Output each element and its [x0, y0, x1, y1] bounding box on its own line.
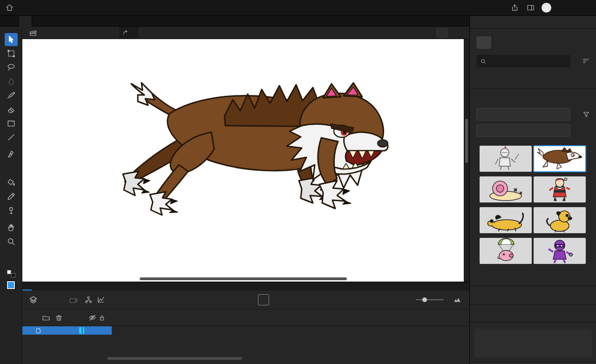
paint-bucket-tool[interactable]	[5, 176, 18, 189]
menu-window[interactable]	[121, 0, 130, 16]
assets-panel-body	[470, 29, 596, 364]
zoom-level-dropdown[interactable]	[437, 28, 448, 37]
fill-color-swatch[interactable]	[7, 281, 15, 289]
home-icon[interactable]	[6, 4, 14, 12]
selection-tool[interactable]	[5, 33, 18, 46]
frame-size-icon[interactable]	[453, 290, 461, 309]
canvas-vertical-scrollbar[interactable]	[465, 119, 468, 163]
menu-file[interactable]	[37, 0, 46, 16]
document-tab[interactable]	[19, 16, 32, 27]
layer-outline-color[interactable]	[79, 327, 81, 334]
characters-dropdown-row	[476, 108, 590, 121]
stroke-swatch[interactable]	[7, 270, 11, 274]
text-tool[interactable]	[5, 162, 18, 175]
pen-tool[interactable]	[5, 148, 18, 161]
paint-brush-tool[interactable]	[5, 89, 18, 102]
delete-layer-button[interactable]	[55, 309, 63, 326]
asset-thumb-wolf-run[interactable]	[534, 146, 586, 172]
window-close-button[interactable]	[582, 0, 596, 16]
right-panel	[469, 16, 596, 364]
lasso-tool[interactable]	[5, 61, 18, 74]
tab-timeline[interactable]	[22, 282, 32, 290]
auto-keyframe-button[interactable]	[258, 294, 269, 305]
animate-app	[0, 0, 596, 364]
layer-depth-icon[interactable]	[97, 290, 105, 309]
objects-dropdown-row	[476, 124, 590, 137]
timeline-zoom-slider[interactable]	[413, 290, 446, 309]
quick-share-play-icon[interactable]	[538, 0, 554, 16]
scene-icon	[29, 27, 37, 39]
canvas-area	[22, 39, 469, 282]
filter-icon[interactable]	[582, 111, 590, 118]
timeline-scroll-thumb[interactable]	[107, 357, 242, 360]
menu-commands[interactable]	[93, 0, 102, 16]
stage[interactable]	[22, 39, 464, 282]
line-tool[interactable]	[5, 131, 18, 144]
asset-thumb-knight[interactable]	[480, 146, 532, 172]
menu-edit[interactable]	[46, 0, 55, 16]
asset-thumb-snail[interactable]	[480, 176, 532, 202]
timeline-header	[22, 309, 469, 326]
hand-tool[interactable]	[5, 221, 18, 234]
asset-warp-tool[interactable]	[5, 204, 18, 217]
menubar	[0, 0, 596, 16]
menu-debug[interactable]	[111, 0, 121, 16]
lock-all-layers-icon[interactable]	[98, 309, 106, 326]
add-folder-button[interactable]	[42, 309, 50, 326]
window-minimize-button[interactable]	[554, 0, 568, 16]
search-input-box[interactable]	[476, 55, 570, 67]
canvas-horizontal-scrollbar[interactable]	[140, 277, 347, 280]
timeline-scrollbar	[22, 353, 469, 364]
asset-thumb-santa[interactable]	[534, 176, 586, 202]
asset-thumb-dog-lying[interactable]	[480, 207, 532, 233]
zoom-tool[interactable]	[5, 235, 18, 248]
symbol-breadcrumb[interactable]	[119, 27, 138, 39]
asset-thumb-ninja[interactable]	[534, 238, 586, 264]
timeline-tabs	[22, 282, 469, 290]
characters-dropdown[interactable]	[476, 108, 570, 121]
wolf-illustration[interactable]	[114, 81, 393, 221]
panel-footer	[470, 361, 596, 364]
window-maximize-button[interactable]	[568, 0, 582, 16]
free-transform-tool[interactable]	[5, 47, 18, 60]
mode-default-tab[interactable]	[476, 36, 491, 49]
tab-output[interactable]	[32, 282, 41, 290]
menubar-right	[507, 0, 596, 16]
objects-dropdown[interactable]	[476, 124, 570, 137]
fill-swatch-small[interactable]	[11, 273, 15, 277]
layer-parenting-icon[interactable]	[84, 290, 93, 309]
camera-icon[interactable]	[69, 290, 78, 309]
menu-insert[interactable]	[65, 0, 74, 16]
share-icon[interactable]	[507, 0, 522, 16]
layer-outline-color-2	[83, 327, 84, 334]
menu-control[interactable]	[102, 0, 111, 16]
current-frame-value	[155, 290, 156, 309]
slider-knob[interactable]	[422, 297, 427, 302]
menu-text[interactable]	[83, 0, 93, 16]
document-tabstrip	[0, 16, 469, 27]
menu-help[interactable]	[130, 0, 139, 16]
menu-view[interactable]	[55, 0, 65, 16]
asset-mode-tabs	[476, 36, 498, 49]
timeline-ruler[interactable]	[112, 309, 469, 326]
layer-row[interactable]	[22, 326, 112, 335]
timeline-toolbar	[22, 290, 469, 309]
more-tools-button[interactable]	[5, 252, 18, 265]
stroke-fill-swatches[interactable]	[7, 270, 15, 277]
timeline-panel	[22, 282, 469, 364]
workspace-icon[interactable]	[522, 0, 538, 16]
eyedropper-tool[interactable]	[5, 190, 18, 203]
fluid-brush-tool[interactable]	[5, 75, 18, 88]
view-options-icon[interactable]	[582, 57, 590, 65]
hide-all-layers-icon[interactable]	[88, 309, 96, 326]
eraser-tool[interactable]	[5, 103, 18, 116]
frame-rate-value[interactable]	[115, 290, 116, 309]
layers-stack-icon[interactable]	[29, 290, 38, 309]
search-input[interactable]	[490, 59, 560, 64]
asset-thumb-dog-sitting[interactable]	[534, 207, 586, 233]
asset-thumb-pig-parachute[interactable]	[480, 238, 532, 264]
edit-bar	[22, 27, 469, 39]
rectangle-tool[interactable]	[5, 117, 18, 130]
layer-icon	[35, 328, 41, 334]
menu-modify[interactable]	[74, 0, 83, 16]
